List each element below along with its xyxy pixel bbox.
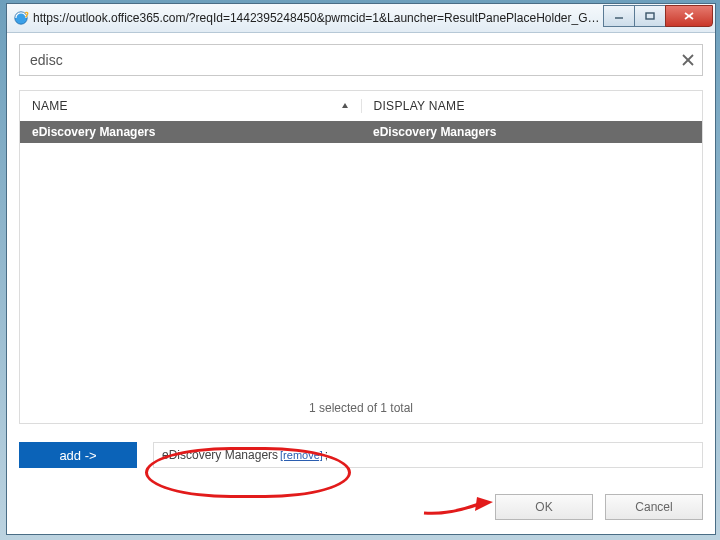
cancel-button[interactable]: Cancel [605,494,703,520]
table-row[interactable]: eDiscovery Managers eDiscovery Managers [20,121,702,143]
clear-search-button[interactable] [674,45,702,75]
sort-asc-icon [341,99,349,113]
svg-rect-3 [646,13,654,19]
cell-display-name: eDiscovery Managers [361,125,702,139]
minimize-button[interactable] [603,5,635,27]
titlebar: https://outlook.office365.com/?reqId=144… [7,4,715,33]
search-box [19,44,703,76]
add-button[interactable]: add -> [19,442,137,468]
token-name: eDiscovery Managers [162,448,278,462]
selected-members-field[interactable]: eDiscovery Managers [remove] ; [153,442,703,468]
search-input[interactable] [20,45,674,75]
maximize-button[interactable] [634,5,666,27]
dialog-content: NAME DISPLAY NAME eDiscovery Managers eD… [19,44,703,520]
add-row: add -> eDiscovery Managers [remove] ; [19,442,703,468]
address-bar-url: https://outlook.office365.com/?reqId=144… [33,11,604,25]
ie-logo-icon [13,10,29,26]
close-window-button[interactable] [665,5,713,27]
results-table: NAME DISPLAY NAME eDiscovery Managers eD… [19,90,703,424]
cancel-label: Cancel [635,500,672,514]
svg-marker-8 [342,103,348,108]
add-button-label: add -> [59,448,96,463]
column-name-label: NAME [32,99,68,113]
column-display-label: DISPLAY NAME [374,99,465,113]
table-empty-area [20,143,702,393]
token-separator: ; [325,448,328,462]
cell-name: eDiscovery Managers [20,125,361,139]
table-header-row: NAME DISPLAY NAME [20,91,702,121]
remove-token-link[interactable]: [remove] [280,449,323,461]
column-header-display-name[interactable]: DISPLAY NAME [362,99,703,113]
column-header-name[interactable]: NAME [20,99,362,113]
window-controls [604,5,713,25]
ok-button[interactable]: OK [495,494,593,520]
ie-popup-window: https://outlook.office365.com/?reqId=144… [6,3,716,535]
ok-label: OK [535,500,552,514]
selection-status: 1 selected of 1 total [20,393,702,423]
dialog-footer: OK Cancel [483,494,703,520]
